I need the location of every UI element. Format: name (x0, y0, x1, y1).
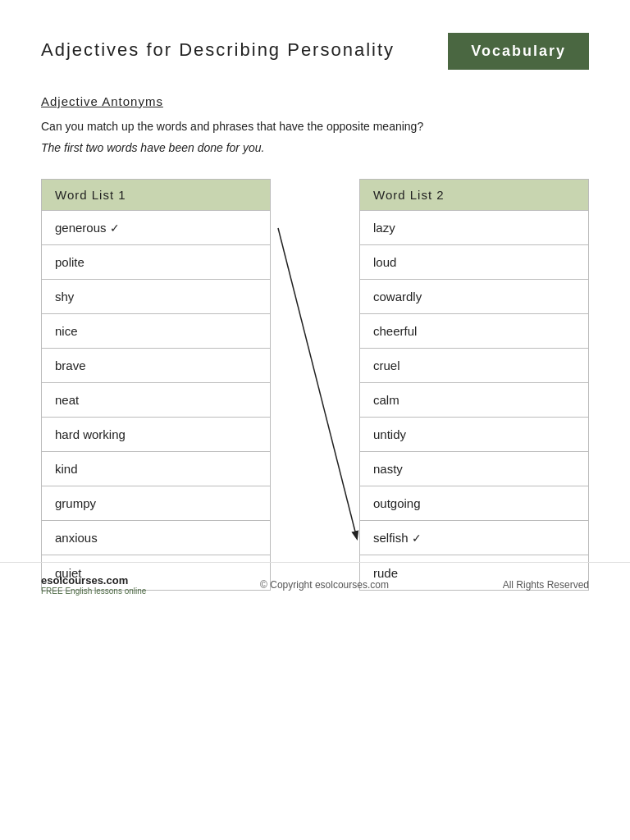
list-item: calm (360, 383, 588, 418)
checkmark-generous: ✓ (110, 221, 120, 235)
word-nasty: nasty (373, 462, 403, 476)
word-cowardly: cowardly (373, 290, 422, 304)
word-selfish: selfish (373, 531, 409, 545)
footer: esolcourses.com FREE English lessons onl… (0, 562, 630, 607)
word-hardworking: hard working (55, 427, 126, 441)
word-shy: shy (55, 290, 74, 304)
list-item: cowardly (360, 280, 588, 314)
list-item: generous ✓ (42, 211, 270, 245)
word-list-2: Word List 2 lazy loud cowardly cheerful … (359, 179, 589, 591)
list-item: grumpy (42, 486, 270, 521)
word-list-1-header: Word List 1 (42, 180, 270, 211)
word-calm: calm (373, 393, 399, 407)
list-item: kind (42, 452, 270, 486)
word-generous: generous (55, 221, 107, 235)
checkmark-selfish: ✓ (412, 532, 422, 545)
word-list-1: Word List 1 generous ✓ polite shy nice b… (41, 179, 271, 591)
word-neat: neat (55, 393, 79, 407)
page: Adjectives for Describing Personality Vo… (0, 0, 630, 607)
list-item: cruel (360, 349, 588, 383)
lists-container: Word List 1 generous ✓ polite shy nice b… (41, 179, 589, 591)
list-item: hard working (42, 418, 270, 452)
word-polite: polite (55, 255, 84, 269)
list-item: nasty (360, 452, 588, 486)
svg-line-0 (278, 228, 357, 538)
instruction1: Can you match up the words and phrases t… (41, 120, 589, 133)
list-item: nice (42, 314, 270, 349)
page-title: Adjectives for Describing Personality (41, 39, 395, 61)
section-header: Adjective Antonyms Can you match up the … (41, 94, 589, 154)
word-brave: brave (55, 358, 86, 372)
section-subtitle: Adjective Antonyms (41, 94, 589, 108)
list-item: cheerful (360, 314, 588, 349)
list-item: neat (42, 383, 270, 418)
word-lazy: lazy (373, 221, 395, 235)
list-item: lazy (360, 211, 588, 245)
word-kind: kind (55, 462, 78, 476)
list-item: polite (42, 245, 270, 280)
list-item: shy (42, 280, 270, 314)
list-item: selfish ✓ (360, 521, 588, 555)
footer-logo-block: esolcourses.com FREE English lessons onl… (41, 574, 146, 596)
header: Adjectives for Describing Personality Vo… (41, 33, 589, 70)
list-item: loud (360, 245, 588, 280)
word-cruel: cruel (373, 358, 400, 372)
word-nice: nice (55, 324, 78, 338)
list-item: brave (42, 349, 270, 383)
footer-logo: esolcourses.com (41, 574, 146, 587)
word-cheerful: cheerful (373, 324, 417, 338)
word-untidy: untidy (373, 427, 406, 441)
word-grumpy: grumpy (55, 496, 96, 510)
list-item: anxious (42, 521, 270, 555)
word-loud: loud (373, 255, 396, 269)
word-list-2-header: Word List 2 (360, 180, 588, 211)
instruction2: The first two words have been done for y… (41, 141, 589, 154)
footer-logo-sub: FREE English lessons online (41, 587, 146, 596)
footer-rights: All Rights Reserved (503, 579, 589, 591)
list-item: outgoing (360, 486, 588, 521)
list-item: untidy (360, 418, 588, 452)
word-outgoing: outgoing (373, 496, 421, 510)
word-anxious: anxious (55, 531, 98, 545)
vocab-badge: Vocabulary (448, 33, 589, 70)
footer-copyright: © Copyright esolcourses.com (260, 579, 389, 591)
